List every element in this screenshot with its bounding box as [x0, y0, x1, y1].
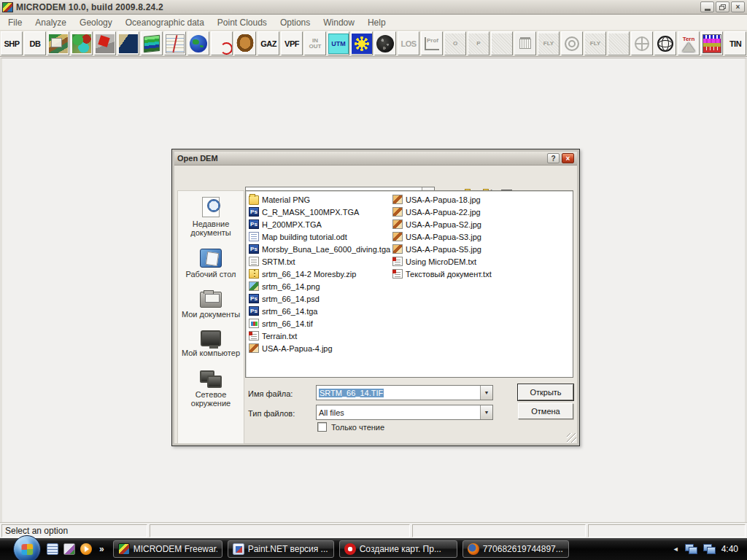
- place-network[interactable]: Сетевое окружение: [178, 368, 244, 408]
- world-globe-reload-button[interactable]: [211, 31, 233, 55]
- filename-combobox[interactable]: SRTM_66_14.TIF ▼: [316, 385, 493, 400]
- chevron-right-icon[interactable]: »: [99, 544, 104, 554]
- help-icon: ?: [551, 155, 555, 163]
- hatch-icon: FLY: [585, 34, 605, 54]
- file-item[interactable]: Terrain.txt: [249, 330, 391, 342]
- gazetteer-button[interactable]: GAZ: [258, 31, 279, 55]
- opera-icon: [344, 543, 356, 555]
- place-recent[interactable]: Недавние документы: [178, 197, 244, 237]
- file-item[interactable]: Текстовый документ.txt: [392, 268, 560, 280]
- sun-icon: [352, 34, 372, 54]
- tern-label: Tern: [683, 36, 695, 42]
- coastline-icon: [119, 34, 138, 53]
- solar-position-button[interactable]: [351, 31, 373, 55]
- wireframe-globe-button[interactable]: [654, 31, 676, 55]
- cancel-button[interactable]: Отмена: [518, 403, 573, 419]
- open-button[interactable]: Открыть: [518, 384, 573, 400]
- menu-item-analyze[interactable]: Analyze: [28, 16, 73, 29]
- stratigraphic-column-button[interactable]: [701, 31, 723, 55]
- database-button[interactable]: DB: [24, 31, 46, 55]
- file-item[interactable]: PsH_200MPX.TGA: [249, 218, 391, 230]
- file-list[interactable]: Material PNGPsC_R_MASK_100MPX.TGAPsH_200…: [245, 190, 573, 378]
- dialog-close-button[interactable]: ×: [562, 153, 574, 163]
- block-diagram-button[interactable]: [141, 31, 163, 55]
- file-name: USA-A-Papua-18.jpg: [406, 195, 481, 204]
- file-item[interactable]: PsMorsby_Buna_Lae_6000_diving.tga: [249, 243, 391, 255]
- file-item[interactable]: USA-A-Papua-S2.jpg: [392, 218, 560, 230]
- open-coastline-map-button[interactable]: [117, 31, 139, 55]
- network-tray-icon[interactable]: [703, 544, 716, 554]
- file-item[interactable]: PsC_R_MASK_100MPX.TGA: [249, 206, 391, 218]
- taskbar: » MICRODEM Freewar...Paint.NET версия ..…: [0, 538, 747, 560]
- utm-button[interactable]: UTM: [328, 31, 349, 55]
- resize-grip[interactable]: [567, 433, 576, 443]
- file-item[interactable]: USA-A-Papua-18.jpg: [392, 193, 560, 206]
- terrain-map-icon: [72, 34, 91, 53]
- terrain-categories-button[interactable]: Tern: [678, 31, 700, 55]
- menu-item-file[interactable]: File: [1, 16, 28, 29]
- open-terrain-map-button[interactable]: [71, 31, 93, 55]
- filename-dropdown-button[interactable]: ▼: [480, 386, 492, 400]
- restore-button[interactable]: [716, 1, 729, 12]
- graphics-app-icon[interactable]: [63, 543, 75, 555]
- file-item[interactable]: Pssrtm_66_14.tga: [249, 305, 391, 317]
- taskbar-task-microdem[interactable]: MICRODEM Freewar...: [113, 540, 222, 558]
- desktop-icon: [200, 249, 222, 268]
- file-item[interactable]: Material PNG: [249, 193, 391, 206]
- calculator-icon[interactable]: [47, 543, 58, 555]
- menu-item-help[interactable]: Help: [361, 16, 392, 29]
- file-item[interactable]: USA-A-Papua-4.jpg: [249, 342, 391, 354]
- place-computer[interactable]: Мой компьютер: [178, 329, 244, 357]
- file-item[interactable]: Map building tutorial.odt: [249, 230, 391, 243]
- close-button[interactable]: ×: [731, 1, 745, 12]
- file-item[interactable]: USA-A-Papua-S3.jpg: [392, 230, 560, 243]
- menu-item-point-clouds[interactable]: Point Clouds: [211, 16, 274, 29]
- recent-icon: [202, 197, 220, 217]
- dialog-title-bar[interactable]: Open DEM ? ×: [174, 152, 577, 166]
- open-satellite-image-button[interactable]: [94, 31, 116, 55]
- file-item[interactable]: USA-A-Papua-S5.jpg: [392, 243, 560, 255]
- filetype-dropdown-button[interactable]: ▼: [480, 405, 492, 419]
- vpf-button[interactable]: VPF: [281, 31, 303, 55]
- file-item[interactable]: Pssrtm_66_14.psd: [249, 292, 391, 305]
- menu-item-options[interactable]: Options: [274, 16, 317, 29]
- media-player-icon[interactable]: [80, 543, 92, 555]
- scanned-map-button[interactable]: [164, 31, 186, 55]
- readonly-checkbox[interactable]: [317, 422, 327, 432]
- start-button[interactable]: [13, 535, 41, 560]
- file-item[interactable]: Using MicroDEM.txt: [392, 255, 560, 268]
- open-dem-map-button[interactable]: [47, 31, 69, 55]
- world-globe-button[interactable]: [187, 31, 209, 55]
- tiger-vector-button[interactable]: [234, 31, 256, 55]
- file-item[interactable]: srtm_66_14-2 Moresby.zip: [249, 268, 391, 280]
- file-item[interactable]: USA-A-Papua-22.jpg: [392, 206, 560, 218]
- menu-item-geology[interactable]: Geology: [73, 16, 119, 29]
- network-tray-icon[interactable]: [685, 544, 697, 554]
- place-documents[interactable]: Мои документы: [178, 289, 244, 319]
- tin-button[interactable]: TIN: [724, 31, 746, 55]
- file-item[interactable]: SRTM.txt: [249, 255, 391, 268]
- chevron-down-icon: ▼: [484, 410, 489, 415]
- doc-red-file-icon: [392, 269, 403, 279]
- menu-item-window[interactable]: Window: [317, 16, 361, 29]
- minimize-button[interactable]: [700, 1, 714, 12]
- file-name: srtm_66_14.tga: [262, 307, 317, 316]
- taskbar-task-paintnet[interactable]: Paint.NET версия ...: [228, 540, 334, 558]
- taskbar-task-firefox[interactable]: 770682619744897...: [462, 540, 569, 558]
- filetype-combobox[interactable]: All files ▼: [316, 405, 493, 420]
- file-item[interactable]: srtm_66_14.tif: [249, 317, 391, 330]
- shapefile-button[interactable]: SHP: [1, 31, 23, 55]
- triangle-icon: [682, 42, 695, 52]
- import-export-button[interactable]: INOUT: [304, 31, 326, 55]
- chevron-left-icon[interactable]: ◄: [673, 545, 679, 553]
- taskbar-task-opera[interactable]: Создание карт. Пр...: [339, 540, 457, 558]
- place-desktop[interactable]: Рабочий стол: [178, 247, 244, 279]
- menu-item-oceanographic-data[interactable]: Oceanographic data: [119, 16, 211, 29]
- file-item[interactable]: srtm_66_14.png: [249, 280, 391, 292]
- file-list-column-right: USA-A-Papua-18.jpgUSA-A-Papua-22.jpgUSA-…: [392, 193, 560, 280]
- ps-file-icon: Ps: [249, 219, 259, 229]
- computer-icon: [201, 330, 221, 346]
- lunar-position-button[interactable]: [374, 31, 396, 55]
- globe-icon: [190, 35, 207, 52]
- dialog-help-button[interactable]: ?: [547, 153, 560, 163]
